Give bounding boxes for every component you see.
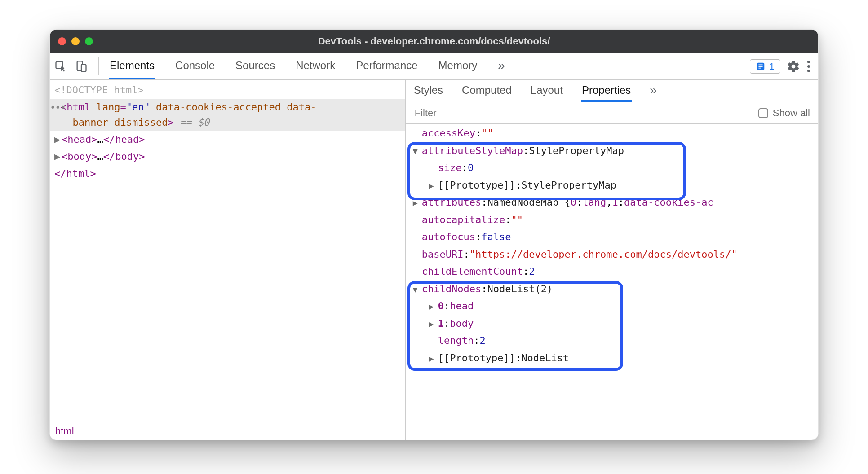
more-options-icon[interactable] [806,60,811,73]
prop-childnode-0[interactable]: ▶ 0: head [407,298,818,315]
tab-sources[interactable]: Sources [235,53,276,79]
prop-baseuri[interactable]: ▶ baseURI: "https://developer.chrome.com… [407,246,818,263]
issues-count: 1 [769,61,775,72]
breadcrumb-item[interactable]: html [55,426,74,437]
expand-caret-icon[interactable]: ▶ [413,196,420,210]
prop-prototype[interactable]: ▶ [[Prototype]]: StylePropertyMap [407,177,818,194]
subtab-layout[interactable]: Layout [530,80,564,102]
tab-console[interactable]: Console [174,53,216,79]
dom-html-element[interactable]: ••• <html lang="en" data-cookies-accepte… [50,99,405,131]
issues-icon [756,61,766,71]
prop-autocapitalize[interactable]: ▶ autocapitalize: "" [407,211,818,229]
svg-point-8 [807,65,810,68]
expand-caret-icon[interactable]: ▶ [429,179,436,193]
tab-performance[interactable]: Performance [355,53,418,79]
tab-elements[interactable]: Elements [109,53,155,79]
prop-attributes[interactable]: ▶ attributes: NamedNodeMap { 0: lang, 1:… [407,194,818,211]
show-all-toggle[interactable]: Show all [758,107,810,119]
device-toggle-icon[interactable] [75,60,88,73]
prop-accesskey[interactable]: ▶ accessKey: "" [407,125,818,142]
svg-rect-6 [758,67,761,68]
properties-filterbar: Show all [406,102,818,124]
main-tabbar: Elements Console Sources Network Perform… [50,53,818,80]
expand-caret-icon[interactable]: ▶ [429,299,436,314]
settings-icon[interactable] [787,60,800,73]
prop-size[interactable]: ▶ size: 0 [407,159,818,177]
filter-input[interactable] [414,107,549,119]
titlebar: DevTools - developer.chrome.com/docs/dev… [50,30,818,53]
svg-rect-5 [758,66,762,67]
dom-head-element[interactable]: ▶ <head>…</head> [50,131,405,148]
tab-memory[interactable]: Memory [438,53,478,79]
main-tabs: Elements Console Sources Network Perform… [102,53,750,79]
dom-body-element[interactable]: ▶ <body>…</body> [50,148,405,165]
issues-badge[interactable]: 1 [750,59,780,74]
show-all-label: Show all [773,107,810,119]
prop-childelementcount[interactable]: ▶ childElementCount: 2 [407,263,818,281]
prop-prototype[interactable]: ▶ [[Prototype]]: NodeList [407,350,818,367]
prop-attributestylemap[interactable]: ▼ attributeStyleMap: StylePropertyMap [407,142,818,160]
inspect-element-icon[interactable] [54,60,67,73]
svg-point-7 [807,61,810,63]
tab-network[interactable]: Network [295,53,336,79]
subtab-styles[interactable]: Styles [413,80,444,102]
svg-point-9 [807,70,810,72]
properties-list[interactable]: ▶ accessKey: "" ▼ attributeStyleMap: Sty… [406,124,818,440]
prop-length[interactable]: ▶ length: 2 [407,332,818,350]
dom-tree[interactable]: <!DOCTYPE html> ••• <html lang="en" data… [50,80,405,422]
expand-caret-icon[interactable]: ▶ [429,351,436,366]
more-tabs-icon[interactable]: » [497,53,506,79]
subtab-properties[interactable]: Properties [581,80,632,102]
expand-caret-icon[interactable]: ▶ [429,317,436,331]
collapse-caret-icon[interactable]: ▼ [413,144,420,158]
checkbox-icon[interactable] [758,108,768,118]
expand-caret-icon[interactable]: ▶ [54,149,61,164]
prop-childnode-1[interactable]: ▶ 1: body [407,315,818,333]
collapse-caret-icon[interactable]: ▼ [413,282,420,297]
reveal-dots-icon[interactable]: ••• [50,100,65,115]
zoom-window-button[interactable] [85,37,93,45]
dom-html-close[interactable]: </html> [50,165,405,182]
devtools-window: DevTools - developer.chrome.com/docs/dev… [49,29,819,440]
sidebar-tabs: Styles Computed Layout Properties » [406,80,818,102]
subtab-computed[interactable]: Computed [461,80,513,102]
window-title: DevTools - developer.chrome.com/docs/dev… [50,35,818,47]
breadcrumb[interactable]: html [50,422,405,440]
panels-body: <!DOCTYPE html> ••• <html lang="en" data… [50,80,818,440]
close-window-button[interactable] [58,37,66,45]
svg-rect-2 [81,64,86,71]
prop-childnodes[interactable]: ▼ childNodes: NodeList(2) [407,281,818,298]
more-subtabs-icon[interactable]: » [649,80,658,102]
traffic-lights [58,37,93,45]
sidebar-panel: Styles Computed Layout Properties » Show… [406,80,818,440]
svg-rect-4 [758,64,762,65]
expand-caret-icon[interactable]: ▶ [54,132,61,147]
minimize-window-button[interactable] [71,37,80,45]
prop-autofocus[interactable]: ▶ autofocus: false [407,228,818,246]
dom-doctype[interactable]: <!DOCTYPE html> [50,82,405,99]
elements-panel: <!DOCTYPE html> ••• <html lang="en" data… [50,80,406,440]
